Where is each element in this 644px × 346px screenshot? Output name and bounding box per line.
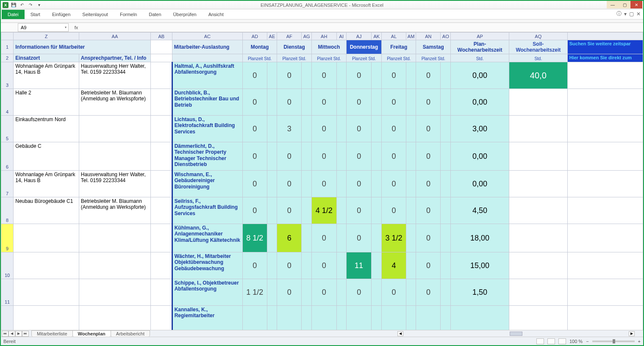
- cell-mitarbeiter[interactable]: Wischmann, E., Gebäudereiniger Büroreini…: [172, 171, 242, 197]
- cell-day-value[interactable]: 0: [346, 279, 371, 306]
- cell-soll[interactable]: [509, 279, 567, 306]
- cell-day-value[interactable]: [277, 306, 302, 330]
- horizontal-scrollbar[interactable]: ◀ ▶: [397, 331, 635, 336]
- cell-day-value[interactable]: 0: [346, 116, 371, 142]
- cell-day-value[interactable]: 0: [311, 62, 336, 89]
- right-link-2[interactable]: Hier kommen Sie direkt zum: [567, 54, 643, 62]
- maximize-button[interactable]: ▢: [619, 1, 630, 8]
- name-box[interactable]: A9: [18, 23, 69, 32]
- cell-day-value[interactable]: 0: [242, 171, 267, 197]
- cell-einsatzort[interactable]: [14, 252, 79, 279]
- cell-plan[interactable]: 1,50: [451, 279, 509, 306]
- cell-day-value[interactable]: [416, 306, 441, 330]
- column-header[interactable]: AO: [441, 33, 451, 40]
- column-header[interactable]: AD: [242, 33, 267, 40]
- cell-soll[interactable]: 40,0: [509, 62, 567, 89]
- cell-day-value[interactable]: 0: [416, 197, 441, 224]
- cell-day-value[interactable]: 11: [346, 252, 371, 279]
- cell-ansprechpartner[interactable]: [79, 306, 150, 330]
- cell-day-value[interactable]: 8 1/2: [242, 224, 267, 252]
- sheet-nav-next[interactable]: ▶: [15, 331, 22, 337]
- cell-plan[interactable]: 15,00: [451, 252, 509, 279]
- ribbon-tab[interactable]: Ansicht: [203, 10, 230, 19]
- cell-day-value[interactable]: 0: [382, 62, 406, 89]
- row-header[interactable]: [1, 306, 14, 330]
- cell-day-value[interactable]: 0: [416, 252, 441, 279]
- file-tab[interactable]: Datei: [2, 10, 25, 19]
- ribbon-tab[interactable]: Start: [25, 10, 46, 19]
- grid-table[interactable]: ZAAABACADAEAFAGAHAIAJAKALAMANAOAPAQ1Info…: [1, 32, 643, 330]
- cell-day-value[interactable]: 0: [346, 197, 371, 224]
- cell-day-value[interactable]: 0: [311, 279, 336, 306]
- cell-einsatzort[interactable]: Neubau Bürogebäude C1: [14, 197, 79, 224]
- select-all-corner[interactable]: [1, 33, 14, 40]
- cell-day-value[interactable]: 4 1/2: [311, 197, 336, 224]
- cell-soll[interactable]: [509, 252, 567, 279]
- cell-day-value[interactable]: 0: [382, 142, 406, 171]
- cell-day-value[interactable]: 0: [382, 197, 406, 224]
- cell-einsatzort[interactable]: [14, 306, 79, 330]
- cell-day-value[interactable]: 0: [346, 89, 371, 116]
- cell-plan[interactable]: 18,00: [451, 224, 509, 252]
- cell-mitarbeiter[interactable]: Wächter, H., Mitarbeiter Objektüberwachu…: [172, 252, 242, 279]
- column-header[interactable]: Z: [14, 33, 79, 40]
- cell-day-value[interactable]: 6: [277, 224, 302, 252]
- cell-plan[interactable]: 4,50: [451, 197, 509, 224]
- cell-ansprechpartner[interactable]: [79, 224, 150, 252]
- column-header[interactable]: AB: [151, 33, 172, 40]
- row-header[interactable]: 8: [1, 197, 14, 224]
- cell-ansprechpartner[interactable]: Betriebsleiter M. Blaumann (Anmeldung an…: [79, 89, 150, 116]
- cell-soll[interactable]: [509, 306, 567, 330]
- row-header[interactable]: 4: [1, 89, 14, 116]
- cell-mitarbeiter[interactable]: Durchblick, B., Betriebstechniker Bau un…: [172, 89, 242, 116]
- cell-plan[interactable]: 3,00: [451, 116, 509, 142]
- sheet-nav-last[interactable]: ⏭: [22, 331, 29, 337]
- column-header[interactable]: AM: [406, 33, 416, 40]
- cell-day-value[interactable]: 0: [277, 171, 302, 197]
- cell-ansprechpartner[interactable]: Hausverwaltung Herr Walter, Tel. 0159 22…: [79, 171, 150, 197]
- right-link-1[interactable]: Suchen Sie weitere zeitspar: [567, 40, 643, 54]
- cell-day-value[interactable]: 0: [382, 279, 406, 306]
- column-header[interactable]: AA: [79, 33, 150, 40]
- cell-mitarbeiter[interactable]: Kannalles, K., Regiemitarbeiter: [172, 306, 242, 330]
- column-header[interactable]: AC: [172, 33, 242, 40]
- column-header[interactable]: AF: [277, 33, 302, 40]
- cell-day-value[interactable]: 0: [416, 171, 441, 197]
- sheet-nav-first[interactable]: ⏮: [2, 331, 8, 337]
- cell-day-value[interactable]: [242, 306, 267, 330]
- scroll-left-icon[interactable]: ◀: [397, 331, 403, 336]
- ribbon-tab[interactable]: Seitenlayout: [76, 10, 114, 19]
- cell-ansprechpartner[interactable]: Hausverwaltung Herr Walter, Tel. 0159 22…: [79, 62, 150, 89]
- close-button[interactable]: ✕: [630, 1, 642, 8]
- cell-day-value[interactable]: 1 1/2: [242, 279, 267, 306]
- cell-day-value[interactable]: 0: [277, 62, 302, 89]
- cell-plan[interactable]: 0,00: [451, 171, 509, 197]
- cell-day-value[interactable]: 0: [311, 116, 336, 142]
- column-header[interactable]: AL: [382, 33, 406, 40]
- sheet-nav-prev[interactable]: ◀: [8, 331, 15, 337]
- cell-plan[interactable]: 0,00: [451, 142, 509, 171]
- cell-day-value[interactable]: 0: [416, 224, 441, 252]
- cell-plan[interactable]: [451, 306, 509, 330]
- cell-day-value[interactable]: 0: [416, 116, 441, 142]
- cell-einsatzort[interactable]: Wohnanlage Am Grünpark 14, Haus B: [14, 171, 79, 197]
- cell-mitarbeiter[interactable]: Haltmal, A., Aushilfskraft Abfallentsorg…: [172, 62, 242, 89]
- ribbon-tab[interactable]: Einfügen: [46, 10, 76, 19]
- close-workbook-icon[interactable]: ✕: [636, 11, 641, 17]
- cell-ansprechpartner[interactable]: [79, 279, 150, 306]
- restore-window-icon[interactable]: ▢: [629, 11, 634, 17]
- cell-einsatzort[interactable]: Wohnanlage Am Grünpark 14, Haus B: [14, 62, 79, 89]
- row-header[interactable]: 6: [1, 142, 14, 171]
- cell-day-value[interactable]: 0: [242, 62, 267, 89]
- cell-mitarbeiter[interactable]: Schippe, I., Objektbetreuer Abfallentsor…: [172, 279, 242, 306]
- view-pagebreak-icon[interactable]: [558, 338, 566, 344]
- row-header[interactable]: 2: [1, 54, 14, 62]
- zoom-in-icon[interactable]: +: [638, 339, 641, 344]
- cell-day-value[interactable]: [311, 306, 336, 330]
- cell-day-value[interactable]: 0: [416, 62, 441, 89]
- cell-day-value[interactable]: 0: [311, 171, 336, 197]
- ribbon-tab[interactable]: Formeln: [114, 10, 143, 19]
- cell-day-value[interactable]: 0: [242, 142, 267, 171]
- cell-day-value[interactable]: 0: [277, 89, 302, 116]
- cell-day-value[interactable]: 0: [346, 171, 371, 197]
